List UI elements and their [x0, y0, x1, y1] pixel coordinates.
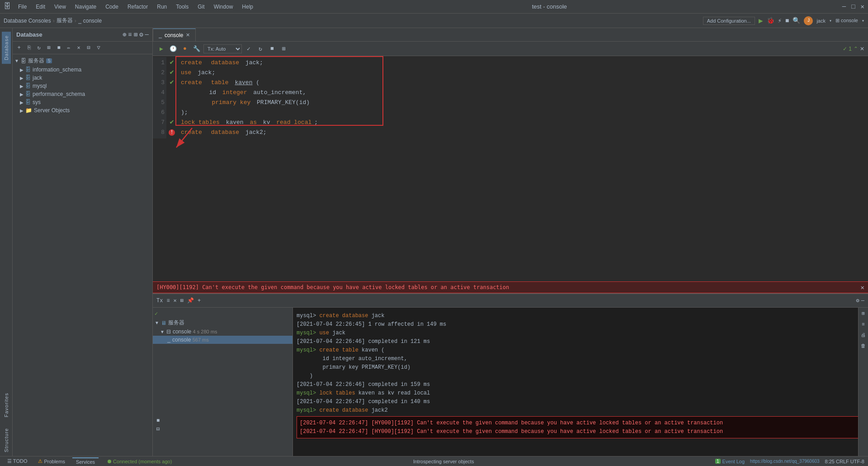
tree-item-performance-schema[interactable]: ▶ 🗄 performance_schema: [13, 90, 152, 98]
svc-close-icon[interactable]: ✕: [174, 297, 177, 304]
svc-layout-btn[interactable]: ⊟: [156, 426, 160, 433]
db-copy-icon[interactable]: ⎘: [24, 43, 33, 52]
stop-button[interactable]: ■: [267, 44, 277, 54]
menu-navigate[interactable]: Navigate: [71, 3, 100, 11]
minimize-panel-icon[interactable]: ─: [145, 31, 149, 38]
error-close-button[interactable]: ✕: [861, 284, 864, 291]
debug-icon[interactable]: 🐞: [767, 17, 774, 24]
tree-item-mysql[interactable]: ▶ 🗄 mysql: [13, 82, 152, 90]
console-tab-icon: ⎯: [159, 32, 162, 38]
minimize-button[interactable]: ─: [842, 3, 846, 10]
svc-filter-icon[interactable]: Tx: [156, 298, 163, 304]
favorites-sidebar-icon[interactable]: Favorites: [2, 389, 11, 421]
tree-item-information-schema[interactable]: ▶ 🗄 information_schema: [13, 66, 152, 74]
add-datasource-icon[interactable]: ⊕: [123, 31, 126, 38]
tree-label-server-objects: Server Objects: [34, 107, 70, 114]
db-filter-icon[interactable]: ▽: [94, 43, 103, 52]
maximize-button[interactable]: □: [851, 3, 855, 10]
breadcrumb-item-2[interactable]: ⎯ console: [78, 18, 102, 24]
tx-select[interactable]: Tx: Auto Tx: Manual: [203, 44, 242, 53]
profile-icon[interactable]: ⚡: [778, 17, 782, 24]
transaction-button[interactable]: ●: [180, 44, 190, 54]
tree-label-jack: jack: [33, 75, 42, 81]
output-icon-1[interactable]: ⊞: [862, 309, 865, 318]
db-add-icon[interactable]: +: [14, 43, 24, 52]
database-panel: Database ⊕ ≡ ⊞ ⚙ ─ + ⎘ ↻ ⊞ ■ ✏ ✕ ⊟ ▽ ▼: [13, 28, 153, 456]
history-button[interactable]: 🕐: [168, 44, 178, 54]
tree-item-jack[interactable]: ▶ 🗄 jack: [13, 74, 152, 82]
tree-item-root[interactable]: ▼ 🗄 服务器 5: [13, 56, 152, 66]
collapse-all-icon[interactable]: ≡: [128, 31, 132, 38]
svc-minimize-icon[interactable]: ─: [861, 298, 864, 304]
tree-item-sys[interactable]: ▶ 🗄 sys: [13, 98, 152, 106]
menu-code[interactable]: Code: [102, 3, 122, 11]
table-view-button[interactable]: ⊞: [279, 44, 289, 54]
output-icon-3[interactable]: 🖨: [861, 331, 866, 339]
breadcrumb-item-1[interactable]: 服务器: [57, 17, 73, 24]
menu-git[interactable]: Git: [194, 3, 208, 11]
event-log-link[interactable]: 1 Event Log: [715, 459, 745, 464]
close-button[interactable]: ✕: [861, 3, 864, 10]
menu-help[interactable]: Help: [238, 3, 257, 11]
db-mysql-icon: 🗄: [25, 83, 31, 89]
execute-button[interactable]: ▶: [156, 44, 166, 54]
database-sidebar-icon[interactable]: Database: [2, 32, 11, 64]
db-perf-icon: 🗄: [25, 91, 31, 97]
menu-edit[interactable]: Edit: [32, 3, 49, 11]
db-refresh-icon[interactable]: ↻: [34, 43, 43, 52]
console-tab-label: console: [165, 32, 183, 38]
db-stop-icon[interactable]: ■: [54, 43, 63, 52]
menu-view[interactable]: View: [51, 3, 70, 11]
search-icon[interactable]: 🔍: [793, 17, 800, 24]
tab-close-button[interactable]: ✕: [186, 32, 190, 38]
output-icon-2[interactable]: ≡: [862, 320, 865, 328]
db-schema-icon: 🗄: [25, 67, 31, 73]
svc-group-icon[interactable]: ⊞: [180, 297, 184, 304]
code-editor[interactable]: 12345678 ✔ ✔ ✔ ✔ ! crea: [153, 56, 868, 281]
structure-sidebar-icon[interactable]: Structure: [2, 424, 11, 456]
console-tab[interactable]: ⎯ console ✕: [153, 29, 196, 41]
commit-button[interactable]: ✓: [244, 44, 254, 54]
svc-tree-console-group[interactable]: ▼ ⊟ console 4 s 280 ms: [153, 328, 292, 336]
db-edit-icon[interactable]: ✏: [64, 43, 73, 52]
svc-pin-icon[interactable]: 📌: [187, 297, 194, 304]
menu-run[interactable]: Run: [153, 3, 170, 11]
output-icon-4[interactable]: 🗑: [861, 342, 866, 350]
problems-tab[interactable]: ⚠ Problems: [34, 457, 68, 465]
svc-console-group-icon: ⊟: [166, 328, 171, 335]
user-name[interactable]: jack: [816, 18, 826, 24]
db-console-icon[interactable]: ⊟: [84, 43, 93, 52]
expand-check-icon[interactable]: ⌃: [854, 46, 858, 52]
svc-tree-console-item[interactable]: ⎯ console 567 ms: [153, 336, 292, 344]
console-output[interactable]: mysql> create database jack [2021-07-04 …: [293, 308, 868, 456]
close-check-icon[interactable]: ✕: [860, 46, 864, 52]
services-content: ✓ ▼ 🖥 服务器 ▼ ⊟ console 4 s 280 ms: [153, 308, 868, 456]
svc-collapse-icon[interactable]: ≡: [166, 298, 170, 304]
todo-tab[interactable]: ☰ TODO: [4, 457, 31, 465]
db-delete-icon[interactable]: ✕: [74, 43, 83, 52]
services-tab[interactable]: Services: [72, 457, 99, 466]
db-schema-icon[interactable]: ⊞: [44, 43, 53, 52]
code-content[interactable]: create database jack; use jack; create t…: [177, 57, 868, 138]
menu-refactor[interactable]: Refactor: [124, 3, 151, 11]
breadcrumb-item-0[interactable]: Database Consoles: [4, 18, 51, 24]
run-icon[interactable]: ▶: [759, 16, 763, 25]
services-panel: Tx ≡ ✕ ⊞ 📌 + ⚙ ─: [153, 293, 868, 456]
tree-item-server-objects[interactable]: ▶ 📁 Server Objects: [13, 106, 152, 114]
svc-tree-server[interactable]: ▼ 🖥 服务器: [153, 318, 292, 328]
settings-button[interactable]: 🔧: [192, 44, 202, 54]
rollback-button[interactable]: ↻: [255, 44, 265, 54]
toolbar-right: Add Configuration... ▶ 🐞 ⚡ ■ 🔍 J jack ▾ …: [703, 16, 864, 25]
svc-settings-icon[interactable]: ⚙: [856, 297, 859, 304]
status-right: 1 Event Log https://blog.csdn.net/qq_379…: [715, 459, 864, 464]
console-label[interactable]: ⊞ console: [835, 18, 858, 24]
svc-add-icon[interactable]: +: [198, 298, 201, 304]
menu-tools[interactable]: Tools: [172, 3, 192, 11]
add-configuration-button[interactable]: Add Configuration...: [703, 17, 755, 25]
group-icon[interactable]: ⊞: [134, 31, 137, 38]
menu-file[interactable]: File: [14, 3, 30, 11]
svc-stop-btn[interactable]: ■: [156, 418, 160, 424]
menu-window[interactable]: Window: [210, 3, 237, 11]
gear-icon[interactable]: ⚙: [139, 31, 143, 38]
stop-icon[interactable]: ■: [785, 17, 789, 24]
